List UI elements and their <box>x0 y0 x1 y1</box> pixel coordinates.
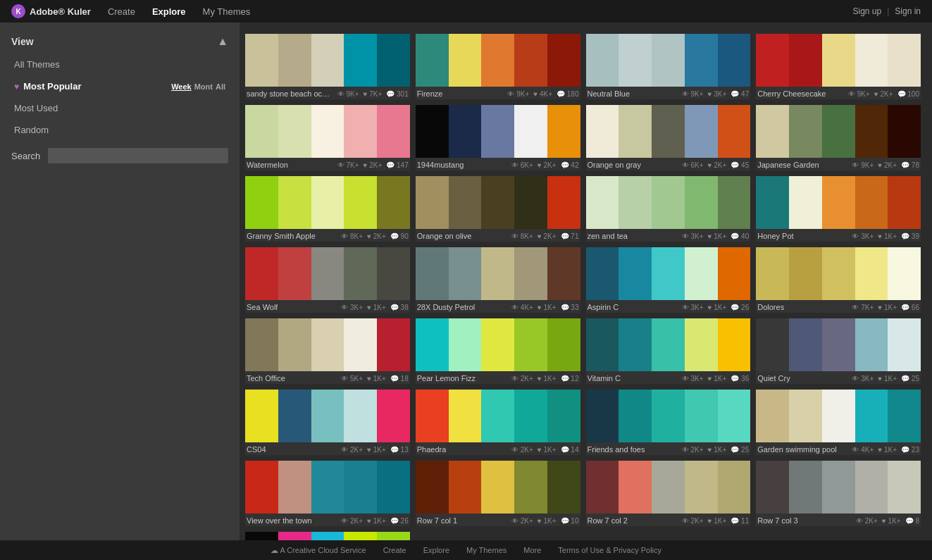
theme-card[interactable]: Sea Wolf👁 3K+ ♥ 1K+ 💬 38 <box>245 247 410 313</box>
time-filter-month[interactable]: Mont <box>194 82 213 91</box>
views-stat: 👁 2K+ <box>856 517 878 525</box>
color-swatches <box>245 105 410 158</box>
topnav-right: Sign up | Sign in <box>852 6 921 16</box>
theme-card[interactable]: Row 7 col 3👁 2K+ ♥ 1K+ 💬 8 <box>756 461 921 526</box>
views-stat: 👁 3K+ <box>682 304 704 311</box>
theme-card[interactable]: Japanese Garden👁 9K+ ♥ 2K+ 💬 78 <box>756 105 921 170</box>
theme-card[interactable]: Garden swimming pool👁 4K+ ♥ 1K+ 💬 23 <box>756 390 921 455</box>
footer-create[interactable]: Create <box>383 546 406 554</box>
sidebar-item-mostpopular[interactable]: ♥ Most Popular Week Mont All <box>8 77 231 96</box>
footer-privacy[interactable]: Privacy Policy <box>614 546 661 554</box>
theme-card[interactable]: Tech Office👁 5K+ ♥ 1K+ 💬 18 <box>245 318 410 384</box>
theme-card[interactable]: Pear Lemon Fizz👁 2K+ ♥ 1K+ 💬 12 <box>416 318 580 384</box>
comments-stat: 💬 26 <box>390 517 409 525</box>
views-stat: 👁 4K+ <box>852 446 874 454</box>
main-layout: View ▲ All Themes ♥ Most Popular Week Mo… <box>0 23 932 560</box>
footer-terms[interactable]: Terms of Use <box>558 546 604 554</box>
signin-link[interactable]: Sign in <box>895 6 921 16</box>
signup-link[interactable]: Sign up <box>852 6 881 16</box>
likes-stat: ♥ 1K+ <box>708 304 727 311</box>
color-swatch <box>822 318 855 371</box>
comments-stat: 💬 147 <box>386 161 408 169</box>
color-swatch <box>377 318 410 371</box>
footer-mythemes[interactable]: My Themes <box>466 546 507 554</box>
color-swatch <box>652 247 685 300</box>
theme-card[interactable]: Dolores👁 7K+ ♥ 1K+ 💬 66 <box>756 247 921 313</box>
theme-card[interactable]: Vitamin C👁 3K+ ♥ 1K+ 💬 36 <box>586 318 751 384</box>
color-swatches <box>756 390 921 442</box>
likes-stat: ♥ 2K+ <box>538 232 557 240</box>
sidebar-item-allthemes[interactable]: All Themes <box>8 55 231 74</box>
theme-card[interactable]: Friends and foes👁 2K+ ♥ 1K+ 💬 25 <box>586 390 751 455</box>
theme-card[interactable]: Granny Smith Apple👁 8K+ ♥ 2K+ 💬 90 <box>245 176 410 242</box>
content-area: sandy stone beach ocean diver👁 9K+ ♥ 7K+… <box>240 23 932 560</box>
color-swatch <box>344 105 377 158</box>
theme-stats: 👁 3K+ ♥ 1K+ 💬 25 <box>852 375 919 382</box>
comments-stat: 💬 90 <box>390 232 409 240</box>
theme-card[interactable]: 1944mustang👁 6K+ ♥ 2K+ 💬 42 <box>416 105 580 170</box>
theme-card[interactable]: Orange on olive👁 8K+ ♥ 2K+ 💬 71 <box>416 176 580 242</box>
color-swatch <box>756 105 789 158</box>
theme-card[interactable]: zen and tea👁 3K+ ♥ 1K+ 💬 40 <box>586 176 751 242</box>
color-swatch <box>245 34 278 87</box>
nav-mythemes[interactable]: My Themes <box>203 6 251 17</box>
theme-card[interactable]: Row 7 col 1👁 2K+ ♥ 1K+ 💬 10 <box>416 461 580 526</box>
color-swatch <box>756 247 789 300</box>
comments-stat: 💬 100 <box>897 90 919 98</box>
theme-card[interactable]: sandy stone beach ocean diver👁 9K+ ♥ 7K+… <box>245 34 410 99</box>
color-swatch <box>586 390 619 442</box>
color-swatch <box>855 318 888 371</box>
color-swatch <box>619 461 652 514</box>
theme-card[interactable]: View over the town👁 2K+ ♥ 1K+ 💬 26 <box>245 461 410 526</box>
color-swatch <box>311 105 344 158</box>
theme-card[interactable]: Neutral Blue👁 9K+ ♥ 3K+ 💬 47 <box>586 34 751 99</box>
color-swatch <box>344 176 377 229</box>
likes-stat: ♥ 1K+ <box>708 517 727 525</box>
theme-card[interactable]: 28X Dusty Petrol👁 4K+ ♥ 1K+ 💬 33 <box>416 247 580 313</box>
comments-stat: 💬 23 <box>901 446 919 454</box>
sidebar: View ▲ All Themes ♥ Most Popular Week Mo… <box>0 23 240 560</box>
theme-card[interactable]: Row 7 col 2👁 2K+ ♥ 1K+ 💬 11 <box>586 461 751 526</box>
time-filter-all[interactable]: All <box>216 82 225 91</box>
theme-name: Sea Wolf <box>247 303 278 311</box>
theme-card[interactable]: Firenze👁 9K+ ♥ 4K+ 💬 180 <box>416 34 580 99</box>
theme-card[interactable]: CS04👁 2K+ ♥ 1K+ 💬 13 <box>245 390 410 455</box>
color-swatches <box>416 390 580 442</box>
footer-more[interactable]: More <box>523 546 541 554</box>
color-swatch <box>449 390 482 442</box>
theme-card[interactable]: Cherry Cheesecake👁 9K+ ♥ 2K+ 💬 100 <box>756 34 921 99</box>
theme-card[interactable]: Phaedra👁 2K+ ♥ 1K+ 💬 14 <box>416 390 580 455</box>
theme-card[interactable]: Honey Pot👁 3K+ ♥ 1K+ 💬 39 <box>756 176 921 242</box>
views-stat: 👁 7K+ <box>852 304 874 311</box>
nav-explore[interactable]: Explore <box>152 6 186 17</box>
views-stat: 👁 6K+ <box>682 161 704 169</box>
theme-card[interactable]: Watermelon👁 7K+ ♥ 2K+ 💬 147 <box>245 105 410 170</box>
color-swatch <box>822 176 855 229</box>
theme-name: Granny Smith Apple <box>247 232 316 240</box>
color-swatch <box>311 461 344 514</box>
color-swatch <box>619 176 652 229</box>
color-swatch <box>888 176 921 229</box>
theme-stats: 👁 9K+ ♥ 2K+ 💬 100 <box>848 90 919 98</box>
color-swatch <box>377 247 410 300</box>
sidebar-item-mostused[interactable]: Most Used <box>8 99 231 118</box>
nav-create[interactable]: Create <box>108 6 135 17</box>
comments-stat: 💬 13 <box>390 446 409 454</box>
color-swatch <box>652 176 685 229</box>
time-filter-week[interactable]: Week <box>171 82 192 91</box>
color-swatches <box>756 461 921 514</box>
views-stat: 👁 2K+ <box>341 446 363 454</box>
theme-card[interactable]: Aspirin C👁 3K+ ♥ 1K+ 💬 26 <box>586 247 751 313</box>
sidebar-item-random[interactable]: Random <box>8 120 231 139</box>
search-input[interactable] <box>48 148 228 163</box>
theme-card[interactable]: Quiet Cry👁 3K+ ♥ 1K+ 💬 25 <box>756 318 921 384</box>
sidebar-collapse-icon[interactable]: ▲ <box>217 35 228 48</box>
footer-explore[interactable]: Explore <box>423 546 449 554</box>
likes-stat: ♥ 2K+ <box>874 90 893 98</box>
theme-name: View over the town <box>247 516 312 525</box>
theme-card[interactable]: Orange on gray👁 6K+ ♥ 2K+ 💬 45 <box>586 105 751 170</box>
theme-grid: sandy stone beach ocean diver👁 9K+ ♥ 7K+… <box>240 28 926 560</box>
color-swatch <box>344 34 377 87</box>
views-stat: 👁 3K+ <box>682 375 704 382</box>
color-swatches <box>586 390 751 442</box>
